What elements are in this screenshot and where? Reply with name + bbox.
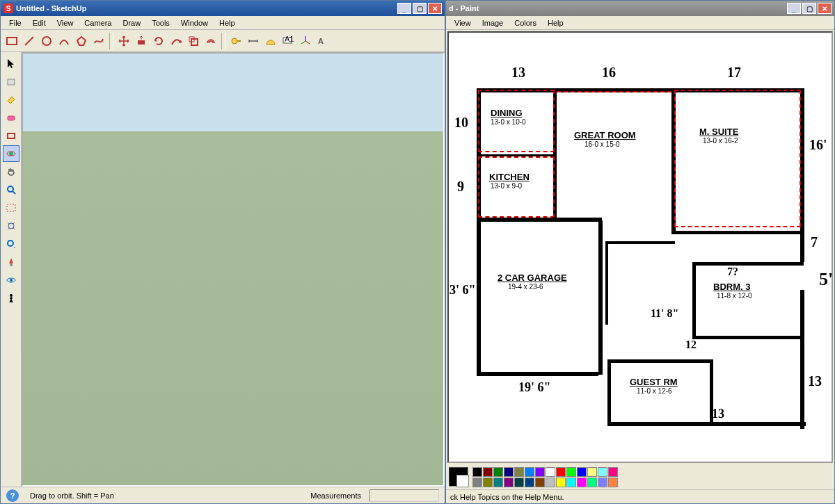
color-swatch[interactable]	[514, 467, 524, 477]
sketchup-menubar: File Edit View Camera Draw Tools Window …	[1, 16, 445, 30]
paint-close-button[interactable]: ✕	[818, 3, 832, 14]
current-colors[interactable]	[449, 467, 468, 487]
tool-zoom[interactable]	[3, 181, 19, 198]
menu-window[interactable]: Window	[175, 17, 214, 29]
color-swatch[interactable]	[577, 467, 587, 477]
tool-rotate[interactable]	[150, 33, 167, 49]
color-swatch[interactable]	[472, 467, 482, 477]
tool-protractor[interactable]	[262, 33, 279, 49]
tool-line[interactable]	[21, 33, 38, 49]
tool-arc[interactable]	[56, 33, 72, 49]
color-swatch[interactable]	[556, 467, 566, 477]
color-swatch[interactable]	[483, 478, 493, 487]
color-swatch[interactable]	[493, 478, 503, 487]
tool-walk[interactable]	[3, 290, 19, 307]
tool-paint[interactable]	[3, 91, 19, 108]
tool-offset[interactable]	[202, 33, 219, 49]
color-swatch[interactable]	[493, 467, 503, 477]
paint-canvas[interactable]: DINING 13-0 x 10-0 GREAT ROOM 16-0 x 15-…	[447, 31, 833, 463]
tool-rectangle-side[interactable]	[3, 127, 19, 144]
sketchup-window: S Untitled - SketchUp _ ▢ ✕ File Edit Vi…	[0, 0, 445, 504]
color-swatch[interactable]	[566, 478, 576, 487]
svg-rect-9	[237, 40, 241, 42]
paint-menu-colors[interactable]: Colors	[509, 17, 542, 29]
paint-menu-help[interactable]: Help	[542, 17, 569, 29]
label-guest: GUEST RM	[630, 377, 678, 387]
sketchup-viewport[interactable]	[22, 52, 445, 487]
close-button[interactable]: ✕	[428, 3, 442, 14]
tool-followme[interactable]	[168, 33, 184, 49]
measurements-input[interactable]	[369, 489, 439, 502]
color-swatch[interactable]	[535, 467, 545, 477]
paint-menu-image[interactable]: Image	[477, 17, 509, 29]
tool-select[interactable]	[3, 55, 19, 72]
menu-view[interactable]: View	[51, 17, 79, 29]
tool-tape[interactable]	[228, 33, 244, 49]
tool-pushpull[interactable]	[133, 33, 150, 49]
tool-previous[interactable]	[3, 236, 19, 252]
color-swatch[interactable]	[608, 478, 618, 487]
color-swatch[interactable]	[566, 467, 576, 477]
color-swatch[interactable]	[556, 478, 566, 487]
tool-scale[interactable]	[185, 33, 202, 49]
menu-edit[interactable]: Edit	[27, 17, 51, 29]
tool-zoom-extents[interactable]	[3, 218, 19, 234]
color-swatch[interactable]	[525, 478, 534, 487]
tool-dimension[interactable]	[245, 33, 262, 49]
ann-left2: 9	[457, 179, 464, 195]
ann-left1: 10	[454, 115, 468, 131]
menu-help[interactable]: Help	[214, 17, 241, 29]
color-swatch[interactable]	[535, 478, 545, 487]
color-swatch[interactable]	[483, 467, 493, 477]
svg-point-19	[9, 152, 13, 156]
label-greatroom: GREAT ROOM	[574, 130, 636, 140]
color-swatch[interactable]	[577, 478, 587, 487]
tool-polygon[interactable]	[73, 33, 90, 49]
color-swatch[interactable]	[587, 467, 597, 477]
maximize-button[interactable]: ▢	[413, 3, 427, 14]
paint-maximize-button[interactable]: ▢	[802, 3, 816, 14]
tool-orbit[interactable]	[3, 145, 19, 162]
tool-3dtext[interactable]: A	[315, 33, 331, 49]
menu-file[interactable]: File	[3, 17, 27, 29]
tool-circle[interactable]	[38, 33, 55, 49]
color-swatch[interactable]	[514, 478, 524, 487]
color-swatch[interactable]	[546, 467, 555, 477]
paint-titlebar[interactable]: d - Paint _ ▢ ✕	[446, 1, 834, 16]
tool-eraser[interactable]	[3, 109, 19, 126]
color-swatch[interactable]	[587, 478, 597, 487]
color-swatch[interactable]	[546, 478, 555, 487]
color-swatch[interactable]	[525, 467, 534, 477]
color-swatch[interactable]	[598, 478, 607, 487]
ann-top3: 17	[727, 65, 741, 81]
color-swatch[interactable]	[608, 467, 618, 477]
tool-pan[interactable]	[3, 163, 19, 180]
color-swatch[interactable]	[472, 478, 482, 487]
tool-move[interactable]	[116, 33, 132, 49]
tool-zoom-window[interactable]	[3, 200, 19, 216]
tool-axes[interactable]	[297, 33, 314, 49]
tool-freehand[interactable]	[90, 33, 107, 49]
minimize-button[interactable]: _	[397, 3, 411, 14]
dim-greatroom: 16-0 x 15-0	[584, 140, 620, 148]
tool-component[interactable]	[3, 73, 19, 90]
menu-draw[interactable]: Draw	[117, 17, 146, 29]
tool-rectangle[interactable]	[3, 33, 20, 49]
svg-rect-17	[8, 116, 15, 120]
color-swatch[interactable]	[598, 467, 607, 477]
menu-camera[interactable]: Camera	[79, 17, 117, 29]
color-swatch[interactable]	[504, 478, 514, 487]
sketchup-titlebar[interactable]: S Untitled - SketchUp _ ▢ ✕	[1, 1, 445, 16]
tool-position-camera[interactable]	[3, 254, 19, 270]
paint-minimize-button[interactable]: _	[787, 3, 801, 14]
tool-look[interactable]	[3, 272, 19, 288]
tool-text[interactable]: A1	[280, 33, 296, 49]
svg-point-28	[10, 294, 13, 297]
label-garage: 2 CAR GARAGE	[498, 273, 567, 283]
ann-right4: 13	[808, 373, 822, 389]
ann-mid1: 11' 8"	[651, 307, 678, 320]
help-icon[interactable]: ?	[6, 489, 19, 502]
menu-tools[interactable]: Tools	[146, 17, 175, 29]
paint-menu-view[interactable]: View	[449, 17, 477, 29]
color-swatch[interactable]	[504, 467, 514, 477]
